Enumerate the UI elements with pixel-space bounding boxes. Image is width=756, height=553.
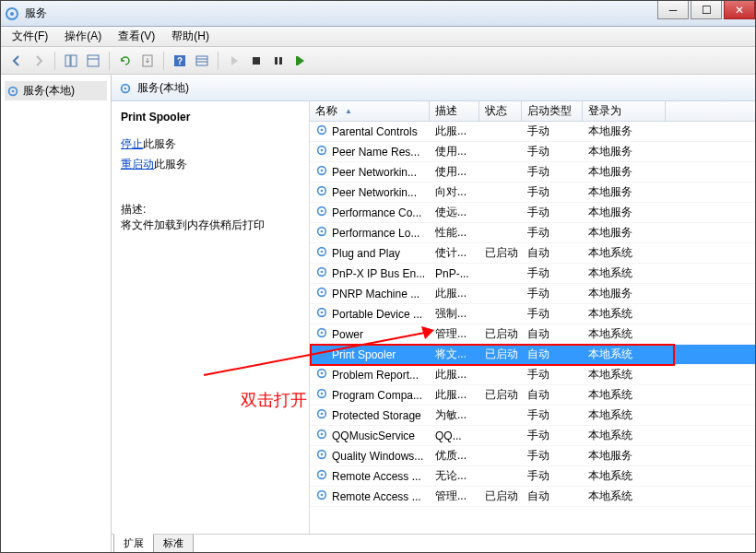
gear-icon	[315, 448, 328, 464]
forward-button[interactable]	[29, 51, 49, 71]
cell-logon: 本地服务	[583, 124, 666, 139]
menu-action[interactable]: 操作(A)	[57, 27, 109, 46]
gear-icon	[315, 286, 328, 301]
col-header-desc[interactable]: 描述	[430, 101, 479, 121]
table-row[interactable]: Peer Name Res...使用...手动本地服务	[310, 142, 755, 162]
svg-point-23	[321, 149, 324, 152]
title-bar[interactable]: 服务 ─ ☐ ✕	[1, 1, 755, 27]
minimize-button[interactable]: ─	[657, 1, 689, 19]
maximize-button[interactable]: ☐	[691, 1, 722, 19]
table-row[interactable]: Protected Storage为敏...手动本地系统	[310, 406, 755, 426]
svg-point-43	[321, 352, 324, 355]
description-label: 描述:	[121, 202, 300, 218]
svg-point-37	[321, 291, 324, 294]
cell-desc: 管理...	[430, 326, 479, 342]
table-row[interactable]: Peer Networkin...使用...手动本地服务	[310, 162, 755, 182]
table-row[interactable]: Performance Lo...性能...手动本地服务	[310, 223, 755, 243]
col-header-state[interactable]: 状态	[479, 101, 522, 121]
svg-rect-4	[88, 55, 99, 66]
tab-standard[interactable]: 标准	[153, 535, 194, 553]
view-tabs: 扩展 标准	[112, 534, 755, 553]
cell-start: 手动	[522, 448, 583, 464]
table-row[interactable]: Problem Report...此服...手动本地系统	[310, 365, 755, 385]
gear-icon	[315, 428, 328, 443]
cell-logon: 本地服务	[583, 205, 666, 220]
export-button[interactable]	[137, 51, 158, 71]
cell-desc: 为敏...	[430, 407, 479, 423]
table-row[interactable]: Portable Device ...强制...手动本地系统	[310, 304, 755, 324]
cell-logon: 本地服务	[583, 448, 666, 464]
cell-desc: 此服...	[430, 286, 479, 301]
cell-logon: 本地服务	[583, 286, 666, 301]
cell-name: Protected Storage	[310, 407, 430, 423]
table-row[interactable]: Parental Controls此服...手动本地服务	[310, 122, 755, 142]
table-row[interactable]: Quality Windows...优质...手动本地服务	[310, 446, 755, 466]
svg-rect-2	[65, 55, 70, 66]
cell-name: Problem Report...	[310, 367, 430, 382]
restart-service-button[interactable]	[290, 51, 311, 71]
cell-desc: 将文...	[430, 347, 479, 362]
table-row[interactable]: Performance Co...使远...手动本地服务	[310, 203, 755, 223]
tab-extended[interactable]: 扩展	[113, 534, 154, 553]
restart-service-link[interactable]: 重启动	[121, 158, 154, 171]
stop-service-button[interactable]	[246, 51, 266, 71]
tree-item-services-local[interactable]: 服务(本地)	[5, 81, 107, 100]
table-row[interactable]: PnP-X IP Bus En...PnP-...手动本地系统	[310, 264, 755, 284]
svg-point-1	[10, 12, 14, 16]
cell-desc: 优质...	[430, 448, 479, 464]
separator	[109, 52, 110, 70]
table-row[interactable]: Peer Networkin...向对...手动本地服务	[310, 182, 755, 203]
refresh-button[interactable]	[115, 51, 136, 71]
table-row[interactable]: Plug and Play使计...已启动自动本地系统	[310, 243, 755, 264]
cell-name: Program Compa...	[310, 387, 430, 403]
table-row[interactable]: PNRP Machine ...此服...手动本地服务	[310, 284, 755, 304]
back-button[interactable]	[6, 51, 27, 71]
cell-desc: 使用...	[430, 144, 479, 159]
service-list[interactable]: 名称▲ 描述 状态 启动类型 登录为 Parental Controls此服..…	[310, 101, 755, 534]
table-row[interactable]: Program Compa...此服...已启动自动本地系统	[310, 385, 755, 406]
cell-name: Print Spooler	[310, 347, 430, 362]
cell-name: QQMusicService	[310, 428, 430, 443]
col-header-logon[interactable]: 登录为	[583, 101, 666, 121]
cell-state: 已启动	[479, 347, 522, 362]
table-row[interactable]: Print Spooler将文...已启动自动本地系统	[310, 345, 755, 365]
menu-file[interactable]: 文件(F)	[5, 27, 55, 46]
table-row[interactable]: QQMusicServiceQQ...手动本地系统	[310, 426, 755, 446]
col-header-name[interactable]: 名称▲	[310, 101, 430, 121]
pause-service-button[interactable]	[268, 51, 289, 71]
svg-point-55	[321, 474, 324, 477]
table-row[interactable]: Power管理...已启动自动本地系统	[310, 324, 755, 345]
view-button[interactable]	[192, 51, 212, 71]
properties-button[interactable]	[83, 51, 103, 71]
cell-desc: 此服...	[430, 387, 479, 403]
menu-help[interactable]: 帮助(H)	[164, 27, 217, 46]
cell-start: 手动	[522, 468, 583, 484]
help-button[interactable]: ?	[170, 51, 190, 71]
stop-service-link[interactable]: 停止	[121, 137, 143, 150]
table-row[interactable]: Remote Access ...无论...手动本地系统	[310, 466, 755, 487]
services-app-icon	[5, 6, 19, 21]
table-row[interactable]: Remote Access ...管理...已启动自动本地系统	[310, 487, 755, 507]
svg-point-41	[321, 332, 324, 335]
svg-rect-15	[296, 56, 298, 65]
cell-desc: 向对...	[430, 184, 479, 200]
svg-rect-13	[275, 57, 278, 65]
cell-state: 已启动	[479, 387, 522, 403]
gear-icon	[315, 468, 328, 484]
cell-logon: 本地服务	[583, 164, 666, 180]
col-header-start[interactable]: 启动类型	[522, 101, 583, 121]
list-header: 名称▲ 描述 状态 启动类型 登录为	[310, 101, 755, 122]
show-hide-tree-button[interactable]	[61, 51, 81, 71]
start-service-button[interactable]	[224, 51, 244, 71]
cell-logon: 本地服务	[583, 184, 666, 200]
cell-start: 自动	[522, 347, 583, 362]
close-button[interactable]: ✕	[724, 1, 755, 19]
svg-point-45	[321, 372, 324, 375]
cell-name: Parental Controls	[310, 124, 430, 139]
svg-rect-14	[279, 57, 282, 65]
cell-logon: 本地服务	[583, 144, 666, 159]
gear-icon	[315, 225, 328, 241]
cell-start: 手动	[522, 124, 583, 139]
detail-panel: Print Spooler 停止此服务 重启动此服务 描述: 将文件加载到内存供…	[112, 101, 310, 534]
menu-view[interactable]: 查看(V)	[111, 27, 162, 46]
